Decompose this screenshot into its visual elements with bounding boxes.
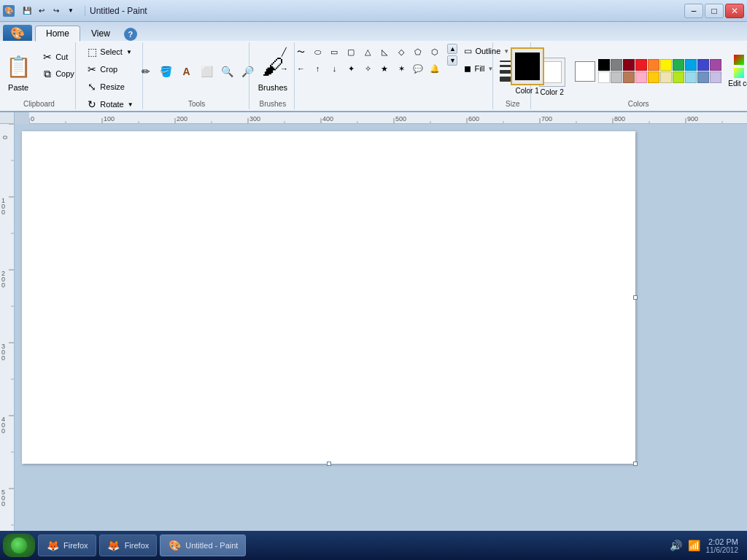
svg-text:400: 400	[322, 115, 333, 122]
minimize-button[interactable]: –	[684, 4, 703, 18]
select-button[interactable]: ⬚ Select ▼	[82, 44, 136, 60]
rotate-button[interactable]: ↻ Rotate ▼	[82, 96, 136, 112]
shape-rect[interactable]: ▭	[326, 44, 342, 60]
start-button[interactable]	[3, 534, 35, 557]
tab-view[interactable]: View	[80, 25, 121, 41]
undo-button[interactable]: ↩	[35, 4, 48, 18]
color-lightgray[interactable]	[611, 71, 622, 83]
firefox-icon-1: 🦊	[46, 539, 59, 552]
system-tray: 🔊 📶 2:02 PM 11/6/2012	[670, 537, 745, 554]
shape-larrow[interactable]: ←	[293, 61, 309, 77]
color-white[interactable]	[598, 71, 610, 83]
paste-button[interactable]: 📋 Paste	[0, 49, 36, 94]
color-skyblue[interactable]	[685, 71, 697, 83]
fill-dropdown: ▼	[487, 66, 493, 72]
color-gold[interactable]	[648, 71, 659, 83]
eyedropper-tool[interactable]: 🔍	[218, 62, 237, 81]
shape-callout2[interactable]: 🔔	[427, 61, 443, 77]
shape-darrow[interactable]: ↓	[326, 61, 342, 77]
shape-uarrow[interactable]: ↑	[309, 61, 325, 77]
shape-star6[interactable]: ✶	[393, 61, 409, 77]
save-button[interactable]: 💾	[20, 4, 34, 18]
text-tool[interactable]: A	[177, 62, 196, 81]
color-brown[interactable]	[623, 71, 635, 83]
horizontal-ruler: 0 100 200 300 400 500 600 700 800 900	[29, 112, 747, 124]
resize-handle-corner[interactable]	[633, 462, 638, 466]
shapes-scroll-down[interactable]: ▼	[447, 55, 457, 66]
shape-star5[interactable]: ★	[376, 61, 392, 77]
fill-tool[interactable]: 🪣	[157, 62, 176, 81]
resize-button[interactable]: ⤡ Resize	[82, 79, 136, 95]
tray-network[interactable]: 📶	[688, 540, 700, 551]
copy-button[interactable]: ⧉ Copy	[38, 66, 78, 82]
taskbar-firefox-1[interactable]: 🦊 Firefox	[38, 534, 96, 556]
color-pink[interactable]	[635, 71, 647, 83]
crop-button[interactable]: ✂ Crop	[82, 61, 136, 77]
shape-curve[interactable]: 〜	[293, 44, 309, 60]
size-label: Size	[506, 100, 519, 108]
clipboard-group: 📋 Paste ✂ Cut ⧉ Copy Cli	[3, 42, 76, 109]
color-darkred[interactable]	[623, 59, 635, 71]
redo-button[interactable]: ↪	[50, 4, 63, 18]
drawing-canvas[interactable]	[22, 131, 635, 464]
shape-hexagon[interactable]: ⬡	[427, 44, 443, 60]
shape-pentagon[interactable]: ⬠	[410, 44, 426, 60]
window-controls: – □ ✕	[684, 4, 744, 18]
scroll-content[interactable]	[15, 124, 747, 560]
restore-button[interactable]: □	[705, 4, 724, 18]
tray-volume[interactable]: 🔊	[670, 540, 682, 551]
shape-callout1[interactable]: 💬	[410, 61, 426, 77]
tools-row2: ⬜ 🔍 🔎	[198, 62, 258, 81]
clipboard-small-buttons: ✂ Cut ⧉ Copy	[38, 49, 78, 94]
color-indigo[interactable]	[697, 59, 709, 71]
white-color-box[interactable]	[575, 61, 595, 82]
shape-rarrow[interactable]: →	[276, 61, 292, 77]
tab-home[interactable]: Home	[35, 26, 80, 42]
color-cream[interactable]	[660, 71, 672, 83]
scissors-icon: ✂	[42, 51, 53, 63]
shape-line[interactable]: ╱	[276, 44, 292, 60]
shape-rtriangle[interactable]: ◺	[376, 44, 392, 60]
color-blue[interactable]	[685, 59, 697, 71]
color-lime[interactable]	[673, 71, 684, 83]
color-red[interactable]	[635, 59, 647, 71]
help-button[interactable]: ?	[124, 28, 137, 41]
color-purple[interactable]	[710, 59, 721, 71]
color1-selected[interactable]	[511, 47, 544, 85]
image-group: ⬚ Select ▼ ✂ Crop ⤡ Resize ↻ Rotate	[77, 42, 143, 109]
window-title: Untitled - Paint	[90, 6, 147, 16]
color-gray50[interactable]	[611, 59, 622, 71]
shape-oval[interactable]: ⬭	[309, 44, 325, 60]
color-lavender[interactable]	[710, 71, 721, 83]
paint-menu-button[interactable]: 🎨	[3, 25, 32, 41]
color-black[interactable]	[598, 59, 610, 71]
pencil-tool[interactable]: ✏	[136, 62, 155, 81]
shape-star4[interactable]: ✧	[360, 61, 376, 77]
shape-roundrect[interactable]: ▢	[343, 44, 359, 60]
eraser-tool[interactable]: ⬜	[198, 62, 217, 81]
taskbar-firefox-2[interactable]: 🦊 Firefox	[99, 534, 158, 556]
color-yellow[interactable]	[660, 59, 672, 71]
color-orange[interactable]	[648, 59, 659, 71]
svg-text:200: 200	[177, 115, 187, 122]
crop-label: Crop	[100, 65, 117, 74]
shape-4arrow[interactable]: ✦	[343, 61, 359, 77]
shape-triangle[interactable]: △	[360, 44, 376, 60]
resize-handle-bottom[interactable]	[327, 462, 331, 466]
shape-diamond[interactable]: ◇	[393, 44, 409, 60]
edit-colors-button[interactable]: Edit colors	[724, 52, 747, 90]
taskbar-paint[interactable]: 🎨 Untitled - Paint	[160, 534, 246, 556]
shapes-scroll-up[interactable]: ▲	[447, 44, 457, 54]
resize-handle-right[interactable]	[633, 295, 638, 300]
close-button[interactable]: ✕	[725, 4, 744, 18]
outline-icon: ▭	[464, 46, 472, 56]
svg-rect-0	[29, 112, 747, 124]
cut-button[interactable]: ✂ Cut	[38, 49, 78, 65]
color-steelblue[interactable]	[697, 71, 709, 83]
svg-text:300: 300	[249, 115, 260, 122]
colors-section: Color 1 Color 2	[511, 46, 747, 96]
qa-dropdown[interactable]: ▼	[64, 4, 77, 18]
colors-content: Color 1 Color 2	[511, 44, 747, 98]
color-green[interactable]	[673, 59, 684, 71]
paste-label: Paste	[8, 83, 28, 92]
